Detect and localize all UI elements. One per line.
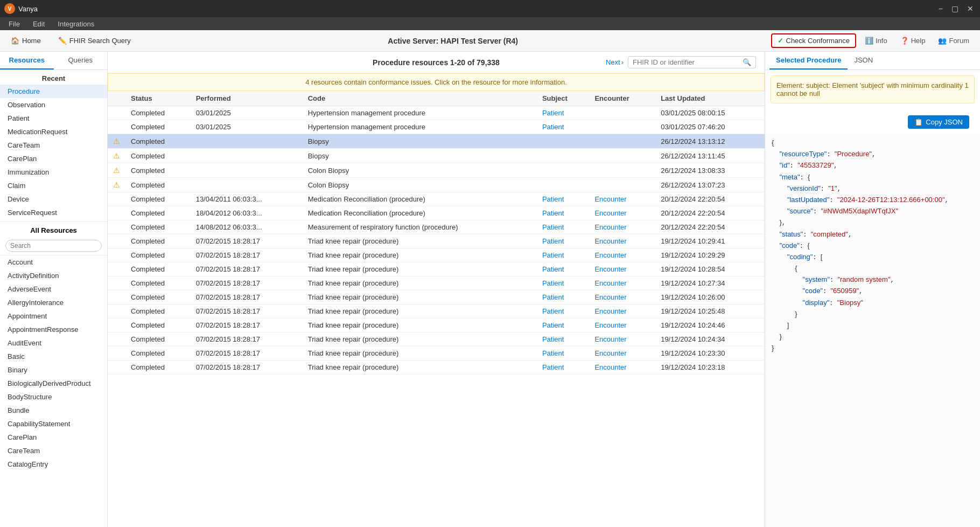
subject-cell-16[interactable]: Patient xyxy=(537,332,590,346)
menu-integrations[interactable]: Integrations xyxy=(55,19,96,29)
sidebar-all-item-appointmentresponse[interactable]: AppointmentResponse xyxy=(0,323,107,336)
warn-cell-13 xyxy=(108,290,125,304)
sidebar-all-item-adverseevent[interactable]: AdverseEvent xyxy=(0,282,107,296)
sidebar-item-observation[interactable]: Observation xyxy=(0,98,107,112)
encounter-cell-11[interactable]: Encounter xyxy=(589,262,655,276)
table-row[interactable]: ⚠CompletedBiopsy26/12/2024 13:13:12 xyxy=(108,134,765,149)
subject-cell-17[interactable]: Patient xyxy=(537,346,590,360)
sidebar-all-item-activitydefinition[interactable]: ActivityDefinition xyxy=(0,269,107,282)
encounter-cell-13[interactable]: Encounter xyxy=(589,290,655,304)
encounter-cell-17[interactable]: Encounter xyxy=(589,346,655,360)
table-row[interactable]: Completed07/02/2015 18:28:17Triad knee r… xyxy=(108,304,765,318)
table-row[interactable]: Completed07/02/2015 18:28:17Triad knee r… xyxy=(108,318,765,332)
subject-cell-6[interactable]: Patient xyxy=(537,192,590,206)
table-row[interactable]: ⚠CompletedBiopsy26/12/2024 13:11:45 xyxy=(108,149,765,163)
table-row[interactable]: ⚠CompletedColon Biopsy26/12/2024 13:08:3… xyxy=(108,163,765,178)
encounter-cell-15[interactable]: Encounter xyxy=(589,318,655,332)
sidebar-item-medicationrequest[interactable]: MedicationRequest xyxy=(0,125,107,138)
table-row[interactable]: Completed07/02/2015 18:28:17Triad knee r… xyxy=(108,290,765,304)
sidebar-item-patient[interactable]: Patient xyxy=(0,112,107,125)
sidebar-all-item-basic[interactable]: Basic xyxy=(0,350,107,363)
table-row[interactable]: Completed07/02/2015 18:28:17Triad knee r… xyxy=(108,332,765,346)
sidebar-all-item-careteam[interactable]: CareTeam xyxy=(0,444,107,457)
table-row[interactable]: Completed07/02/2015 18:28:17Triad knee r… xyxy=(108,234,765,248)
subject-cell-11[interactable]: Patient xyxy=(537,262,590,276)
copy-json-label: Copy JSON xyxy=(926,118,963,126)
menu-edit[interactable]: Edit xyxy=(31,19,47,29)
tab-selected-procedure[interactable]: Selected Procedure xyxy=(769,52,848,70)
encounter-cell-14[interactable]: Encounter xyxy=(589,304,655,318)
encounter-cell-3 xyxy=(589,149,655,163)
encounter-cell-16[interactable]: Encounter xyxy=(589,332,655,346)
sidebar-item-device[interactable]: Device xyxy=(0,192,107,206)
sidebar-all-item-allergyintolerance[interactable]: AllergyIntolerance xyxy=(0,296,107,309)
next-button[interactable]: Next › xyxy=(606,58,624,66)
fhir-id-input[interactable] xyxy=(633,58,740,66)
check-conformance-button[interactable]: ✓ Check Conformance xyxy=(771,33,857,48)
forum-button[interactable]: 👥 Forum xyxy=(934,34,974,47)
sidebar-all-item-appointment[interactable]: Appointment xyxy=(0,309,107,323)
help-button[interactable]: ❓ Help xyxy=(896,34,930,47)
subject-cell-18[interactable]: Patient xyxy=(537,360,590,375)
sidebar-all-item-account[interactable]: Account xyxy=(0,255,107,269)
sidebar-item-servicerequest[interactable]: ServiceRequest xyxy=(0,206,107,219)
encounter-cell-10[interactable]: Encounter xyxy=(589,248,655,262)
maximize-button[interactable]: ▢ xyxy=(949,4,961,13)
subject-cell-7[interactable]: Patient xyxy=(537,206,590,220)
table-row[interactable]: Completed07/02/2015 18:28:17Triad knee r… xyxy=(108,262,765,276)
encounter-cell-9[interactable]: Encounter xyxy=(589,234,655,248)
table-row[interactable]: ⚠CompletedColon Biopsy26/12/2024 13:07:2… xyxy=(108,178,765,192)
sidebar-all-item-auditevent[interactable]: AuditEvent xyxy=(0,336,107,350)
warn-cell-1 xyxy=(108,120,125,134)
encounter-cell-12[interactable]: Encounter xyxy=(589,276,655,290)
performed-cell-17: 07/02/2015 18:28:17 xyxy=(191,346,303,360)
encounter-cell-18[interactable]: Encounter xyxy=(589,360,655,375)
sidebar-all-item-biologicallyderivedproduct[interactable]: BiologicallyDerivedProduct xyxy=(0,377,107,390)
fhir-search-query-button[interactable]: ✏️ FHIR Search Query xyxy=(54,34,135,47)
sidebar-all-item-catalogentry[interactable]: CatalogEntry xyxy=(0,457,107,471)
search-icon[interactable]: 🔍 xyxy=(743,58,751,66)
table-row[interactable]: Completed14/08/2012 06:03:3...Measuremen… xyxy=(108,220,765,234)
subject-cell-9[interactable]: Patient xyxy=(537,234,590,248)
sidebar-all-item-bundle[interactable]: Bundle xyxy=(0,404,107,417)
subject-cell-1[interactable]: Patient xyxy=(537,120,590,134)
subject-cell-13[interactable]: Patient xyxy=(537,290,590,304)
table-row[interactable]: Completed07/02/2015 18:28:17Triad knee r… xyxy=(108,248,765,262)
sidebar-all-item-careplan[interactable]: CarePlan xyxy=(0,431,107,444)
sidebar-item-procedure[interactable]: Procedure xyxy=(0,85,107,98)
encounter-cell-6[interactable]: Encounter xyxy=(589,192,655,206)
search-input[interactable] xyxy=(5,240,102,252)
table-row[interactable]: Completed13/04/2011 06:03:3...Medication… xyxy=(108,192,765,206)
subject-cell-8[interactable]: Patient xyxy=(537,220,590,234)
minimize-button[interactable]: − xyxy=(936,4,945,13)
subject-cell-10[interactable]: Patient xyxy=(537,248,590,262)
table-row[interactable]: Completed18/04/2012 06:03:3...Medication… xyxy=(108,206,765,220)
encounter-cell-7[interactable]: Encounter xyxy=(589,206,655,220)
subject-cell-14[interactable]: Patient xyxy=(537,304,590,318)
status-cell-13: Completed xyxy=(125,290,191,304)
sidebar-all-item-binary[interactable]: Binary xyxy=(0,363,107,377)
table-row[interactable]: Completed03/01/2025Hypertension manageme… xyxy=(108,120,765,134)
table-row[interactable]: Completed07/02/2015 18:28:17Triad knee r… xyxy=(108,360,765,375)
subject-cell-15[interactable]: Patient xyxy=(537,318,590,332)
sidebar-item-careplan[interactable]: CarePlan xyxy=(0,152,107,165)
sidebar-item-claim[interactable]: Claim xyxy=(0,179,107,192)
tab-json[interactable]: JSON xyxy=(848,52,879,70)
subject-cell-12[interactable]: Patient xyxy=(537,276,590,290)
menu-file[interactable]: File xyxy=(6,19,22,29)
table-row[interactable]: Completed07/02/2015 18:28:17Triad knee r… xyxy=(108,276,765,290)
sidebar-item-immunization[interactable]: Immunization xyxy=(0,165,107,179)
tab-queries[interactable]: Queries xyxy=(54,52,108,70)
sidebar-all-item-capabilitystatement[interactable]: CapabilityStatement xyxy=(0,417,107,431)
sidebar-item-careteam[interactable]: CareTeam xyxy=(0,138,107,152)
sidebar-all-item-bodystructure[interactable]: BodyStructure xyxy=(0,390,107,404)
home-button[interactable]: 🏠 Home xyxy=(6,34,45,47)
copy-json-button[interactable]: 📋 Copy JSON xyxy=(908,115,969,129)
tab-resources[interactable]: Resources xyxy=(0,52,54,70)
table-row[interactable]: Completed07/02/2015 18:28:17Triad knee r… xyxy=(108,346,765,360)
subject-cell-0[interactable]: Patient xyxy=(537,106,590,120)
table-row[interactable]: Completed03/01/2025Hypertension manageme… xyxy=(108,106,765,120)
close-button[interactable]: ✕ xyxy=(965,4,976,13)
info-button[interactable]: ℹ️ Info xyxy=(860,34,892,47)
encounter-cell-8[interactable]: Encounter xyxy=(589,220,655,234)
